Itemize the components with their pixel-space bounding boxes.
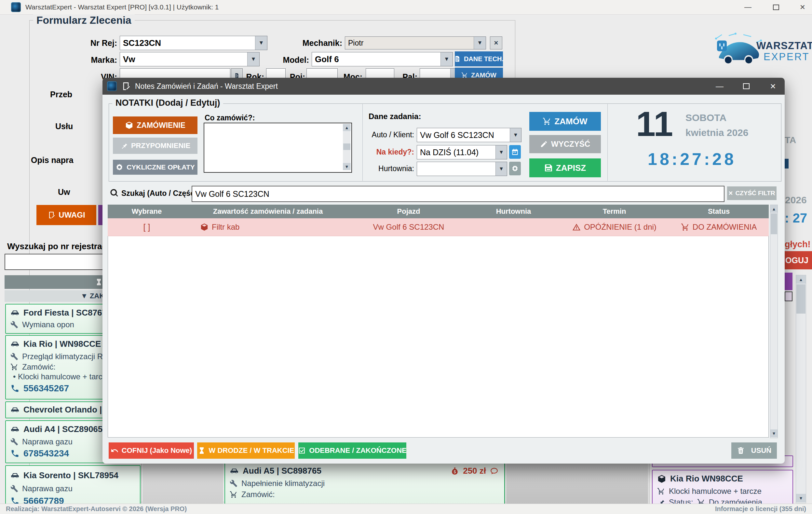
- co-zamowic-textarea[interactable]: ▲ ▼: [204, 123, 352, 173]
- zamow-button[interactable]: ZAMÓW: [529, 112, 601, 131]
- mechanik-clear-button[interactable]: ×: [490, 36, 502, 50]
- logo-text-line2: EXPERT: [763, 51, 809, 63]
- pen-icon: [540, 140, 548, 148]
- uslugi-label: Usłu: [55, 122, 73, 131]
- background-purple-bar-fragment: [785, 273, 792, 290]
- status-right-license[interactable]: Informacje o licencji (355 dni): [715, 505, 806, 513]
- usun-button[interactable]: USUŃ: [731, 442, 777, 459]
- order-form-legend: Formularz Zlecenia: [33, 14, 135, 26]
- cofnij-button[interactable]: COFNIJ (Jako Nowe): [109, 442, 194, 459]
- background-blue-fragment: [785, 159, 789, 169]
- chevron-down-icon[interactable]: ▼: [247, 52, 259, 66]
- nr-rej-combobox[interactable]: SC123CN ▼: [120, 36, 267, 50]
- chevron-down-icon[interactable]: ▼: [255, 36, 267, 50]
- cart-icon: [657, 487, 665, 495]
- scroll-down-icon[interactable]: ▼: [796, 494, 806, 502]
- table-header-row: Wybrane Zawartość zamówienia / zadania P…: [108, 205, 769, 218]
- wrench-icon: [10, 353, 18, 361]
- przypomnienie-tab-button[interactable]: PRZYPOMNIENIE: [113, 138, 198, 154]
- column-header[interactable]: Termin: [560, 207, 669, 216]
- column-header[interactable]: Wybrane: [108, 207, 186, 216]
- column-header[interactable]: Pojazd: [350, 207, 467, 216]
- main-close-button[interactable]: ×: [793, 0, 812, 14]
- zapisz-button[interactable]: ZAPISZ: [529, 159, 601, 177]
- column-header[interactable]: Status: [669, 207, 769, 216]
- uwagi-button[interactable]: UWAGI: [36, 205, 96, 225]
- phone-line[interactable]: 678543234: [10, 448, 69, 459]
- scrollbar-thumb[interactable]: [771, 213, 777, 234]
- package-icon: [657, 474, 666, 483]
- main-maximize-button[interactable]: [766, 0, 785, 14]
- scroll-up-icon[interactable]: ▲: [343, 124, 351, 131]
- table-scrollbar[interactable]: ▲ ▼: [770, 205, 778, 438]
- scroll-down-icon[interactable]: ▼: [771, 429, 778, 437]
- phone-line[interactable]: 556345267: [10, 383, 69, 394]
- car-icon: [230, 466, 239, 476]
- cykliczne-oplaty-tab-button[interactable]: CYKLICZNE OPŁATY: [113, 160, 198, 175]
- car-icon: [10, 308, 20, 317]
- chevron-down-icon[interactable]: ▼: [495, 162, 507, 176]
- section-divider: [607, 104, 608, 181]
- app-icon: [11, 2, 21, 12]
- zamowienie-tab-button[interactable]: ZAMÓWIENIE: [113, 116, 198, 134]
- background-loguj-button-fragment[interactable]: OGUJ: [785, 251, 812, 269]
- calendar-icon: [512, 148, 519, 155]
- undo-icon: [111, 447, 118, 454]
- chevron-down-icon[interactable]: ▼: [474, 37, 486, 49]
- dialog-maximize-button[interactable]: [735, 78, 758, 95]
- scroll-down-icon[interactable]: ▼: [343, 163, 351, 170]
- maximize-icon: [773, 5, 779, 10]
- chevron-down-icon[interactable]: ▼: [510, 128, 521, 142]
- marka-combobox[interactable]: Vw ▼: [120, 52, 260, 66]
- czysc-filtr-button[interactable]: × CZYŚĆ FILTR: [727, 187, 777, 200]
- hurtownia-settings-button[interactable]: [509, 162, 521, 175]
- app-icon: [107, 81, 117, 91]
- close-icon: ×: [729, 189, 733, 197]
- szukaj-input[interactable]: Vw Golf 6 SC123CN: [192, 186, 724, 202]
- logo-text-line1: WARSZTAT: [756, 40, 812, 52]
- background-weekday-fragment: TA: [785, 135, 796, 145]
- save-icon: [544, 164, 553, 172]
- column-header[interactable]: Hurtownia: [467, 207, 560, 216]
- dane-tech-button[interactable]: DANE TECH.: [455, 51, 503, 66]
- textarea-scrollbar[interactable]: ▲ ▼: [343, 124, 351, 170]
- wyczysc-button[interactable]: WYCZYŚĆ: [529, 135, 601, 153]
- hurtownia-combobox[interactable]: ▼: [417, 162, 507, 176]
- scrollbar-thumb[interactable]: [796, 284, 806, 314]
- check-square-icon: [298, 447, 306, 454]
- scroll-up-icon[interactable]: ▲: [771, 205, 778, 213]
- na-kiedy-label: Na kiedy?:: [376, 148, 414, 156]
- logo-car-graphic: [714, 30, 763, 72]
- main-minimize-button[interactable]: —: [738, 0, 757, 14]
- package-icon: [200, 223, 208, 231]
- mechanik-combobox[interactable]: Piotr ▼: [345, 36, 486, 50]
- price-badge: 250 zł: [451, 466, 498, 476]
- row-checkbox[interactable]: [ ]: [108, 223, 186, 232]
- wrench-icon: [230, 480, 237, 487]
- odebrane-button[interactable]: ODEBRANE / ZAKOŃCZONE: [298, 442, 406, 459]
- table-row[interactable]: [ ] Filtr kab Vw Golf 6 SC123CN OPÓŹNIEN…: [108, 218, 769, 236]
- note-icon: [48, 211, 55, 219]
- brand-logo: WARSZTAT EXPERT: [714, 28, 799, 77]
- auto-klient-combobox[interactable]: Vw Golf 6 SC123CN ▼: [417, 128, 521, 142]
- na-kiedy-combobox[interactable]: Na DZIŚ (11.04) ▼: [417, 145, 507, 160]
- hurtownia-label: Hurtownia:: [378, 164, 414, 173]
- dialog-close-button[interactable]: ×: [761, 78, 784, 95]
- column-header[interactable]: Zawartość zamówienia / zadania: [186, 207, 350, 216]
- w-drodze-button[interactable]: W DRODZE / W TRAKCIE: [197, 442, 295, 459]
- document-icon: [234, 73, 239, 78]
- dialog-minimize-button[interactable]: —: [708, 78, 731, 95]
- scrollbar-thumb[interactable]: [343, 143, 350, 150]
- uwagi-label: Uw: [58, 188, 70, 197]
- chevron-down-icon[interactable]: ▼: [440, 52, 453, 66]
- gear-icon: [512, 165, 519, 172]
- right-panel-scrollbar[interactable]: ▲ ▼: [796, 275, 806, 503]
- chevron-down-icon[interactable]: ▼: [495, 145, 507, 159]
- model-combobox[interactable]: Golf 6 ▼: [312, 52, 453, 66]
- co-zamowic-label: Co zamówić?:: [205, 114, 255, 122]
- status-left: Realizacja: WarsztatExpert-Autoservi © 2…: [6, 505, 187, 513]
- chat-icon[interactable]: [490, 467, 498, 475]
- scroll-up-icon[interactable]: ▲: [796, 275, 806, 284]
- vehicle-card-audi-a5[interactable]: Audi A5 | SC898765 250 zł Napełnienie kl…: [225, 461, 505, 505]
- calendar-button[interactable]: [509, 145, 521, 159]
